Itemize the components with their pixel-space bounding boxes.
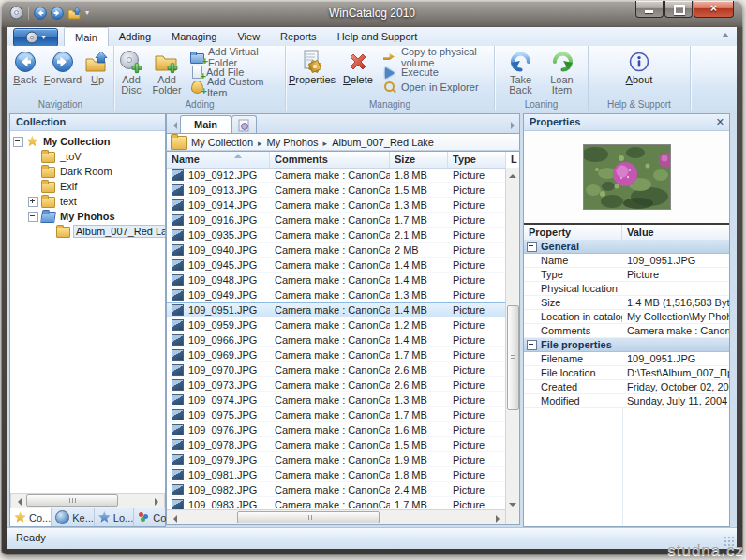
file-row[interactable]: 109_0969.JPG Camera make : CanonCa... 1.… [167,347,506,362]
collapse-icon[interactable] [527,340,537,350]
panel-tab[interactable]: Co... [10,508,52,526]
add-folder-button[interactable]: Add Folder [148,46,186,95]
column-header-type[interactable]: Type [448,152,506,168]
scrollbar-thumb[interactable] [237,511,380,523]
column-header-clipped[interactable]: L [506,152,519,168]
file-row[interactable]: 109_0982.JPG Camera make : CanonCa... 2.… [167,482,506,497]
column-header-comments[interactable]: Comments [270,152,390,168]
tab-main[interactable]: Main [180,115,231,134]
ribbon-tab[interactable]: Main [64,27,109,46]
managing-small-item[interactable]: Open in Explorer [378,80,492,95]
file-row[interactable]: 109_0948.JPG Camera make : CanonCa... 1.… [167,273,506,287]
column-header-name[interactable]: Name [167,152,270,168]
file-row[interactable]: 109_0970.JPG Camera make : CanonCa... 2.… [167,362,506,377]
forward-button[interactable]: Forward [42,46,83,95]
file-row[interactable]: 109_0951.JPG Camera make : CanonCa... 1.… [167,302,506,317]
column-header-size[interactable]: Size [390,152,448,168]
adding-small-item[interactable]: Add Custom Item [186,79,283,95]
tree-item[interactable]: Album_007_Red Lake [10,224,165,239]
property-row[interactable]: General [524,240,729,254]
ribbon-tab[interactable]: Adding [109,27,161,46]
file-row[interactable]: 109_0975.JPG Camera make : CanonCa... 1.… [167,407,506,422]
managing-small-item[interactable]: Copy to physical volume [378,49,492,65]
properties-button[interactable]: Properties [286,46,338,95]
up-button[interactable]: Up [83,46,112,95]
property-row[interactable]: File location D:\Test\Album_007_Пр... [524,366,729,380]
ribbon-tab[interactable]: Reports [270,27,327,46]
panel-tab[interactable]: Ke... [52,508,95,526]
file-row[interactable]: 109_0974.JPG Camera make : CanonCa... 1.… [167,392,506,407]
file-row[interactable]: 109_0935.JPG Camera make : CanonCa... 2.… [167,228,506,243]
scroll-up-icon[interactable] [508,169,517,179]
file-row[interactable]: 109_0981.JPG Camera make : CanonCa... 1.… [167,467,506,482]
property-row[interactable]: Created Friday, October 02, 2009... [524,380,729,394]
titlebar[interactable]: ▾ WinCatalog 2010 × [1,1,743,27]
add-disc-button[interactable]: Add Disc [114,46,148,95]
breadcrumb-item[interactable]: My Phohos [258,137,319,148]
managing-small-item[interactable]: Execute [378,65,492,80]
tree-item[interactable]: _toV [10,149,165,164]
scroll-right-icon[interactable] [150,494,164,508]
tree-item[interactable]: Dark Room [10,164,165,179]
loan-item-button[interactable]: Loan Item [542,46,583,95]
scroll-down-icon[interactable] [508,500,517,509]
scrollbar-thumb[interactable] [507,305,519,410]
property-row[interactable]: Physical location [524,282,729,296]
ribbon-collapse-icon[interactable] [722,33,729,37]
take-back-button[interactable]: Take Back [500,46,542,95]
property-row[interactable]: Comments Camera make : CanonC... [524,324,729,338]
scrollbar-thumb[interactable] [26,494,118,507]
files-horizontal-scrollbar[interactable] [167,509,506,524]
property-row[interactable]: Name 109_0951.JPG [524,254,729,268]
minus-icon[interactable] [13,137,23,147]
file-row[interactable]: 109_0979.JPG Camera make : CanonCa... 1.… [167,452,506,467]
tab-scroll-left-icon[interactable] [167,116,180,134]
tree-horizontal-scrollbar[interactable] [10,493,165,508]
file-row[interactable]: 109_0913.JPG Camera make : CanonCa... 1.… [167,183,506,198]
file-row[interactable]: 109_0914.JPG Camera make : CanonCa... 1.… [167,198,506,213]
file-row[interactable]: 109_0916.JPG Camera make : CanonCa... 1.… [167,213,506,228]
tree-item[interactable]: Exif [10,179,165,194]
breadcrumb-item[interactable]: Album_007_Red Lake [323,137,434,148]
about-button[interactable]: About [616,46,663,95]
property-row[interactable]: Size 1.4 MB (1,516,583 Bytes) [524,296,729,310]
collapse-icon[interactable] [527,242,537,252]
file-row[interactable]: 109_0978.JPG Camera make : CanonCa... 1.… [167,437,506,452]
property-row[interactable]: File properties [524,338,729,352]
maximize-button[interactable] [664,1,693,18]
property-row[interactable]: Modified Sunday, July 11, 2004 2:... [524,394,729,408]
property-column-header[interactable]: Property [524,225,622,240]
close-button[interactable]: × [694,1,734,18]
tree-item[interactable]: My Phohos [10,209,165,224]
ribbon-tab[interactable]: Managing [161,27,227,46]
file-row[interactable]: 109_0976.JPG Camera make : CanonCa... 1.… [167,422,506,437]
ribbon-tab[interactable]: View [227,27,270,46]
panel-tab[interactable]: Lo... [95,508,134,526]
delete-button[interactable]: Delete [338,46,378,95]
ribbon-tab[interactable]: Help and Support [327,27,428,46]
file-row[interactable]: 109_0949.JPG Camera make : CanonCa... 1.… [167,287,506,302]
application-menu-button[interactable]: ▾ [13,28,58,47]
property-row[interactable]: Type Picture [524,268,729,282]
property-row[interactable]: Location in catalog My Collection\My Pho… [524,310,729,324]
breadcrumb-item[interactable]: My Collection [191,137,253,148]
tab-search[interactable] [231,115,257,134]
tab-scroll-right-icon[interactable] [506,116,519,134]
files-vertical-scrollbar[interactable] [505,168,519,511]
tree-item[interactable]: text [10,194,165,209]
value-column-header[interactable]: Value [622,225,729,240]
file-row[interactable]: 109_0973.JPG Camera make : CanonCa... 2.… [167,377,506,392]
file-row[interactable]: 109_0966.JPG Camera make : CanonCa... 1.… [167,332,506,347]
file-row[interactable]: 109_0940.JPG Camera make : CanonCa... 2 … [167,243,506,258]
panel-close-icon[interactable]: ✕ [716,114,724,130]
plus-icon[interactable] [28,197,38,207]
file-row[interactable]: 109_0945.JPG Camera make : CanonCa... 1.… [167,258,506,273]
file-row[interactable]: 109_0959.JPG Camera make : CanonCa... 1.… [167,317,506,332]
back-button[interactable]: Back [7,46,42,95]
file-row[interactable]: 109_0912.JPG Camera make : CanonCa... 1.… [167,168,506,183]
minimize-button[interactable] [635,1,664,18]
scroll-left-icon[interactable] [167,510,181,524]
adding-small-item[interactable]: Add Virtual Folder [186,49,283,65]
minus-icon[interactable] [28,212,38,222]
scroll-left-icon[interactable] [11,494,25,508]
